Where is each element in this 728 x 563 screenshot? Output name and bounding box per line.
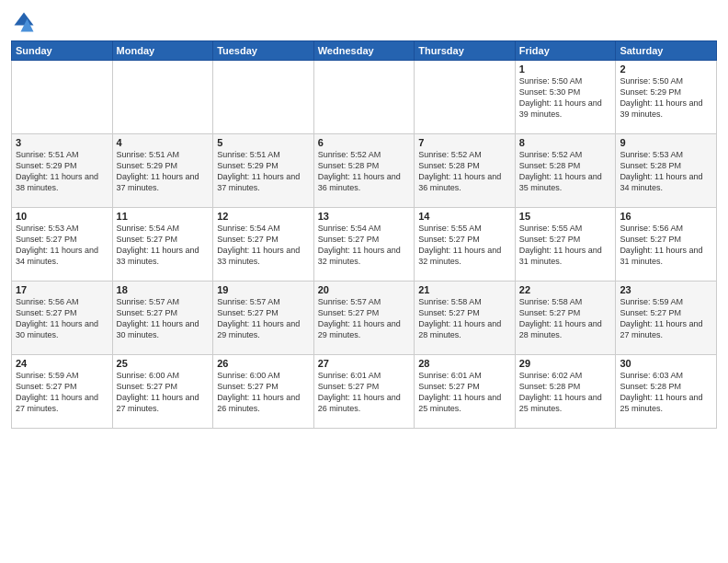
calendar-cell: 9Sunrise: 5:53 AM Sunset: 5:28 PM Daylig… [616, 134, 717, 208]
calendar-cell: 23Sunrise: 5:59 AM Sunset: 5:27 PM Dayli… [616, 282, 717, 355]
calendar-cell: 1Sunrise: 5:50 AM Sunset: 5:30 PM Daylig… [515, 61, 616, 134]
calendar-cell: 25Sunrise: 6:00 AM Sunset: 5:27 PM Dayli… [112, 355, 213, 429]
day-number: 30 [620, 358, 712, 369]
day-number: 29 [519, 358, 612, 369]
day-number: 14 [418, 211, 511, 222]
page-container: SundayMondayTuesdayWednesdayThursdayFrid… [0, 0, 728, 436]
calendar-cell: 30Sunrise: 6:03 AM Sunset: 5:28 PM Dayli… [616, 355, 717, 429]
weekday-header-thursday: Thursday [415, 41, 516, 61]
cell-info: Sunrise: 5:51 AM Sunset: 5:29 PM Dayligh… [117, 149, 210, 194]
cell-info: Sunrise: 5:52 AM Sunset: 5:28 PM Dayligh… [519, 149, 612, 194]
day-number: 15 [519, 211, 612, 222]
calendar-cell: 3Sunrise: 5:51 AM Sunset: 5:29 PM Daylig… [12, 134, 113, 208]
calendar-cell: 4Sunrise: 5:51 AM Sunset: 5:29 PM Daylig… [112, 134, 213, 208]
day-number: 10 [16, 211, 108, 222]
day-number: 13 [318, 211, 411, 222]
calendar-week-row: 10Sunrise: 5:53 AM Sunset: 5:27 PM Dayli… [12, 208, 717, 282]
cell-info: Sunrise: 5:55 AM Sunset: 5:27 PM Dayligh… [418, 223, 511, 268]
calendar-cell: 18Sunrise: 5:57 AM Sunset: 5:27 PM Dayli… [112, 282, 213, 355]
calendar-cell: 14Sunrise: 5:55 AM Sunset: 5:27 PM Dayli… [415, 208, 516, 282]
logo-icon [11, 9, 37, 35]
day-number: 17 [16, 284, 108, 295]
day-number: 7 [418, 137, 511, 148]
day-number: 23 [620, 284, 712, 295]
calendar-cell: 19Sunrise: 5:57 AM Sunset: 5:27 PM Dayli… [213, 282, 314, 355]
cell-info: Sunrise: 5:52 AM Sunset: 5:28 PM Dayligh… [318, 149, 411, 194]
calendar-cell: 6Sunrise: 5:52 AM Sunset: 5:28 PM Daylig… [313, 134, 415, 208]
cell-info: Sunrise: 5:50 AM Sunset: 5:30 PM Dayligh… [519, 75, 612, 121]
calendar-cell: 12Sunrise: 5:54 AM Sunset: 5:27 PM Dayli… [213, 208, 314, 282]
cell-info: Sunrise: 5:58 AM Sunset: 5:27 PM Dayligh… [418, 296, 511, 341]
cell-info: Sunrise: 6:02 AM Sunset: 5:28 PM Dayligh… [519, 370, 612, 415]
cell-info: Sunrise: 5:52 AM Sunset: 5:28 PM Dayligh… [418, 149, 511, 194]
cell-info: Sunrise: 5:50 AM Sunset: 5:29 PM Dayligh… [620, 75, 712, 121]
cell-info: Sunrise: 5:54 AM Sunset: 5:27 PM Dayligh… [117, 223, 210, 268]
cell-info: Sunrise: 5:55 AM Sunset: 5:27 PM Dayligh… [519, 223, 612, 268]
day-number: 3 [16, 137, 108, 148]
weekday-header-wednesday: Wednesday [313, 41, 415, 61]
svg-marker-0 [15, 13, 34, 26]
cell-info: Sunrise: 5:53 AM Sunset: 5:27 PM Dayligh… [16, 223, 108, 268]
calendar-cell [415, 61, 516, 134]
day-number: 19 [217, 284, 310, 295]
calendar-cell: 29Sunrise: 6:02 AM Sunset: 5:28 PM Dayli… [515, 355, 616, 429]
calendar-cell: 5Sunrise: 5:51 AM Sunset: 5:29 PM Daylig… [213, 134, 314, 208]
day-number: 21 [418, 284, 511, 295]
day-number: 28 [418, 358, 511, 369]
cell-info: Sunrise: 5:53 AM Sunset: 5:28 PM Dayligh… [620, 149, 712, 194]
cell-info: Sunrise: 5:57 AM Sunset: 5:27 PM Dayligh… [217, 296, 310, 341]
calendar-cell: 8Sunrise: 5:52 AM Sunset: 5:28 PM Daylig… [515, 134, 616, 208]
cell-info: Sunrise: 6:03 AM Sunset: 5:28 PM Dayligh… [620, 370, 712, 415]
day-number: 1 [519, 63, 612, 75]
calendar-cell: 26Sunrise: 6:00 AM Sunset: 5:27 PM Dayli… [213, 355, 314, 429]
cell-info: Sunrise: 5:57 AM Sunset: 5:27 PM Dayligh… [318, 296, 411, 341]
cell-info: Sunrise: 5:51 AM Sunset: 5:29 PM Dayligh… [217, 149, 310, 194]
calendar-cell: 28Sunrise: 6:01 AM Sunset: 5:27 PM Dayli… [415, 355, 516, 429]
day-number: 16 [620, 211, 712, 222]
day-number: 20 [318, 284, 411, 295]
calendar-cell: 24Sunrise: 5:59 AM Sunset: 5:27 PM Dayli… [12, 355, 113, 429]
calendar-cell: 13Sunrise: 5:54 AM Sunset: 5:27 PM Dayli… [313, 208, 415, 282]
calendar-cell: 11Sunrise: 5:54 AM Sunset: 5:27 PM Dayli… [112, 208, 213, 282]
day-number: 8 [519, 137, 612, 148]
calendar-cell: 7Sunrise: 5:52 AM Sunset: 5:28 PM Daylig… [415, 134, 516, 208]
cell-info: Sunrise: 5:57 AM Sunset: 5:27 PM Dayligh… [117, 296, 210, 341]
calendar-cell: 10Sunrise: 5:53 AM Sunset: 5:27 PM Dayli… [12, 208, 113, 282]
cell-info: Sunrise: 6:00 AM Sunset: 5:27 PM Dayligh… [117, 370, 210, 415]
cell-info: Sunrise: 5:59 AM Sunset: 5:27 PM Dayligh… [620, 296, 712, 341]
day-number: 26 [217, 358, 310, 369]
cell-info: Sunrise: 5:51 AM Sunset: 5:29 PM Dayligh… [16, 149, 108, 194]
cell-info: Sunrise: 5:54 AM Sunset: 5:27 PM Dayligh… [217, 223, 310, 268]
cell-info: Sunrise: 5:56 AM Sunset: 5:27 PM Dayligh… [620, 223, 712, 268]
weekday-header-row: SundayMondayTuesdayWednesdayThursdayFrid… [12, 41, 717, 61]
calendar-cell [12, 61, 113, 134]
day-number: 22 [519, 284, 612, 295]
weekday-header-friday: Friday [515, 41, 616, 61]
cell-info: Sunrise: 6:01 AM Sunset: 5:27 PM Dayligh… [418, 370, 511, 415]
weekday-header-saturday: Saturday [616, 41, 717, 61]
calendar-week-row: 3Sunrise: 5:51 AM Sunset: 5:29 PM Daylig… [12, 134, 717, 208]
calendar-table: SundayMondayTuesdayWednesdayThursdayFrid… [11, 40, 717, 429]
calendar-cell [313, 61, 415, 134]
calendar-cell: 27Sunrise: 6:01 AM Sunset: 5:27 PM Dayli… [313, 355, 415, 429]
calendar-cell [112, 61, 213, 134]
day-number: 5 [217, 137, 310, 148]
calendar-cell [213, 61, 314, 134]
calendar-cell: 20Sunrise: 5:57 AM Sunset: 5:27 PM Dayli… [313, 282, 415, 355]
day-number: 27 [318, 358, 411, 369]
cell-info: Sunrise: 5:59 AM Sunset: 5:27 PM Dayligh… [16, 370, 108, 415]
cell-info: Sunrise: 5:54 AM Sunset: 5:27 PM Dayligh… [318, 223, 411, 268]
cell-info: Sunrise: 6:01 AM Sunset: 5:27 PM Dayligh… [318, 370, 411, 415]
day-number: 9 [620, 137, 712, 148]
calendar-cell: 17Sunrise: 5:56 AM Sunset: 5:27 PM Dayli… [12, 282, 113, 355]
calendar-week-row: 17Sunrise: 5:56 AM Sunset: 5:27 PM Dayli… [12, 282, 717, 355]
cell-info: Sunrise: 5:56 AM Sunset: 5:27 PM Dayligh… [16, 296, 108, 341]
calendar-cell: 15Sunrise: 5:55 AM Sunset: 5:27 PM Dayli… [515, 208, 616, 282]
calendar-cell: 21Sunrise: 5:58 AM Sunset: 5:27 PM Dayli… [415, 282, 516, 355]
cell-info: Sunrise: 6:00 AM Sunset: 5:27 PM Dayligh… [217, 370, 310, 415]
calendar-week-row: 1Sunrise: 5:50 AM Sunset: 5:30 PM Daylig… [12, 61, 717, 134]
day-number: 11 [117, 211, 210, 222]
cell-info: Sunrise: 5:58 AM Sunset: 5:27 PM Dayligh… [519, 296, 612, 341]
calendar-cell: 2Sunrise: 5:50 AM Sunset: 5:29 PM Daylig… [616, 61, 717, 134]
weekday-header-sunday: Sunday [12, 41, 113, 61]
